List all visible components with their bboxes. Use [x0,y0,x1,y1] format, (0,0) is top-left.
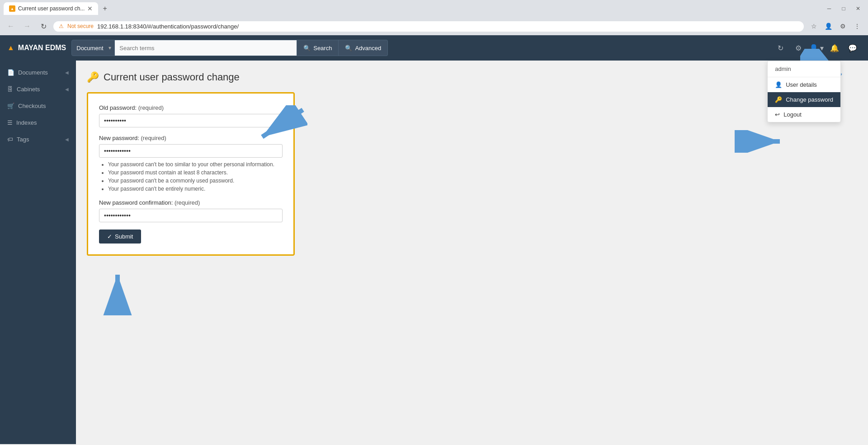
app-container: ▲ MAYAN EDMS Document 🔍 Search 🔍 Advance… [0,35,868,444]
sidebar-label-indexes: Indexes [16,119,37,126]
browser-nav-bar: ← → ↻ ⚠ Not secure 192.168.1.18:8340/#/a… [0,17,868,35]
confirm-password-input[interactable] [99,209,283,222]
search-button-label: Search [313,45,332,52]
submit-button[interactable]: ✓ Submit [99,230,141,244]
messages-icon-button[interactable]: 💬 [844,40,861,56]
search-area: Document 🔍 Search 🔍 Advanced [71,40,388,56]
url-display: 192.168.1.18:8340/#/authentication/passw… [97,23,239,30]
sidebar-item-documents[interactable]: 📄 Documents ◀ [0,64,76,81]
brand-name: MAYAN EDMS [18,44,66,52]
main-content: 🔑 Current user password change Old passw… [76,61,868,444]
address-bar[interactable]: ⚠ Not secure 192.168.1.18:8340/#/authent… [53,21,804,32]
notifications-icon-button[interactable]: 🔔 [826,40,843,56]
sidebar-item-checkouts[interactable]: 🛒 Checkouts [0,98,76,114]
extensions-icon[interactable]: ⚙ [836,20,849,33]
sidebar-label-documents: Documents [18,69,48,76]
user-icon-button[interactable]: 👤 ▾ [808,40,825,56]
brand-logo[interactable]: ▲ MAYAN EDMS [7,44,66,52]
logout-icon: ↩ [775,111,780,118]
close-button[interactable]: ✕ [852,2,864,15]
sidebar-item-tags[interactable]: 🏷 Tags ◀ [0,131,76,148]
main-area: 📄 Documents ◀ 🗄 Cabinets ◀ 🛒 Checkouts [0,61,868,444]
advanced-button[interactable]: 🔍 Advanced [339,40,388,56]
brand-icon: ▲ [7,44,14,52]
new-tab-button[interactable]: + [98,2,111,15]
page-header: 🔑 Current user password change [87,71,857,83]
browser-tab[interactable]: ▲ Current user password ch... ✕ [4,2,98,15]
sidebar-label-tags: Tags [17,136,29,143]
sidebar-label-cabinets: Cabinets [17,86,40,93]
window-controls: ─ □ ✕ [823,2,864,15]
hint-numeric: Your password can't be entirely numeric. [108,186,283,192]
back-button[interactable]: ← [5,20,17,33]
submit-button-label: Submit [115,233,133,240]
cabinets-icon: 🗄 [7,86,13,93]
hint-length: Your password must contain at least 8 ch… [108,169,283,176]
tab-close-button[interactable]: ✕ [87,5,93,12]
logout-label: Logout [783,111,802,118]
hint-common: Your password can't be a commonly used p… [108,178,283,184]
tab-title: Current user password ch... [18,5,85,12]
chevron-icon: ◀ [65,137,69,142]
user-dropdown-menu: admin 👤 User details 🔑 Change password ↩… [767,61,841,122]
sidebar-item-indexes[interactable]: ☰ Indexes [0,114,76,131]
change-password-icon: 🔑 [775,96,782,103]
refresh-icon-button[interactable]: ↻ [772,40,788,56]
dropdown-user-details[interactable]: 👤 User details [768,77,840,92]
new-password-group: New password: (required) Your password c… [99,135,283,192]
key-icon: 🔑 [87,71,99,83]
menu-icon[interactable]: ⋮ [851,20,863,33]
search-button[interactable]: 🔍 Search [297,40,339,56]
confirm-password-group: New password confirmation: (required) [99,199,283,222]
advanced-button-label: Advanced [355,45,381,52]
tags-icon: 🏷 [7,136,13,143]
old-password-group: Old password: (required) [99,104,283,127]
browser-action-buttons: ☆ 👤 ⚙ ⋮ [807,20,863,33]
user-details-label: User details [786,81,817,88]
password-change-form-card: Old password: (required) New password: (… [87,92,295,256]
dropdown-username: admin [768,61,840,77]
navbar-right: ↻ ⚙ 👤 ▾ 🔔 💬 [772,40,861,56]
old-password-label: Old password: (required) [99,104,283,111]
sidebar-item-cabinets[interactable]: 🗄 Cabinets ◀ [0,81,76,98]
navbar: ▲ MAYAN EDMS Document 🔍 Search 🔍 Advance… [0,35,868,61]
dropdown-logout[interactable]: ↩ Logout [768,107,840,122]
confirm-password-required: (required) [175,199,200,206]
doc-type-select[interactable]: Document [71,40,115,56]
new-password-label: New password: (required) [99,135,283,141]
reload-button[interactable]: ↻ [37,20,50,33]
forward-button[interactable]: → [21,20,33,33]
search-input[interactable] [115,40,297,56]
confirm-password-label: New password confirmation: (required) [99,199,283,206]
tab-favicon: ▲ [9,5,15,12]
bookmark-icon[interactable]: ☆ [807,20,820,33]
search-icon: 🔍 [303,45,311,52]
security-icon: ⚠ [59,23,64,29]
browser-chrome: ▲ Current user password ch... ✕ + ─ □ ✕ … [0,0,868,35]
new-password-input[interactable] [99,144,283,158]
security-label: Not secure [67,23,94,29]
sidebar: 📄 Documents ◀ 🗄 Cabinets ◀ 🛒 Checkouts [0,61,76,444]
page-title: Current user password change [104,71,240,83]
chevron-icon: ◀ [65,70,69,75]
dropdown-change-password[interactable]: 🔑 Change password [768,92,840,107]
checkouts-icon: 🛒 [7,103,14,109]
chevron-icon: ◀ [65,87,69,92]
advanced-icon: 🔍 [345,45,352,52]
doc-type-wrapper: Document [71,40,115,56]
profile-icon[interactable]: 👤 [822,20,835,33]
user-details-icon: 👤 [775,81,782,88]
old-password-input[interactable] [99,114,283,127]
documents-icon: 📄 [7,69,14,76]
hint-similar: Your password can't be too similar to yo… [108,161,283,168]
password-hints: Your password can't be too similar to yo… [99,161,283,192]
settings-icon-button[interactable]: ⚙ [790,40,807,56]
old-password-required: (required) [138,104,164,111]
new-password-required: (required) [141,135,166,141]
restore-button[interactable]: □ [837,2,850,15]
change-password-label: Change password [786,96,833,103]
indexes-icon: ☰ [7,119,13,126]
check-icon: ✓ [107,233,112,240]
sidebar-label-checkouts: Checkouts [18,103,46,109]
minimize-button[interactable]: ─ [823,2,835,15]
